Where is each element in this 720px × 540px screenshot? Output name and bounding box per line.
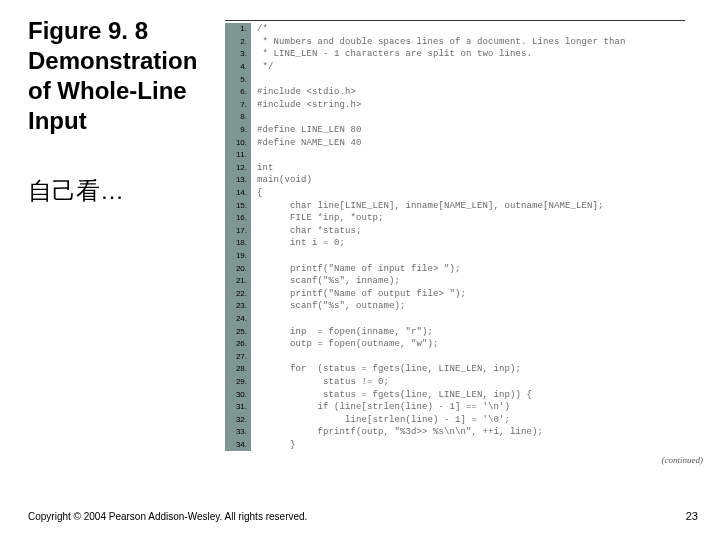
- line-number: 2.: [225, 38, 251, 46]
- line-number: 31.: [225, 403, 251, 411]
- code-line: 27.: [225, 350, 626, 363]
- code-line: 17. char *status;: [225, 225, 626, 238]
- code-line: 14.{: [225, 187, 626, 200]
- code-text: for (status = fgets(line, LINE_LEN, inp)…: [251, 364, 521, 374]
- code-line: 31. if (line[strlen(line) - 1] == '\n'): [225, 401, 626, 414]
- code-line: 13.main(void): [225, 174, 626, 187]
- line-number: 27.: [225, 353, 251, 361]
- code-text: fprintf(outp, "%3d>> %s\n\n", ++i, line)…: [251, 427, 543, 437]
- code-line: 9.#define LINE_LEN 80: [225, 124, 626, 137]
- code-text: #define NAME_LEN 40: [251, 138, 362, 148]
- code-text: printf("Name of output file> ");: [251, 289, 466, 299]
- code-line: 29. status != 0;: [225, 376, 626, 389]
- code-text: */: [251, 62, 274, 72]
- code-line: 19.: [225, 250, 626, 263]
- code-text: FILE *inp, *outp;: [251, 213, 384, 223]
- line-number: 20.: [225, 265, 251, 273]
- horizontal-rule: [225, 20, 685, 21]
- line-number: 11.: [225, 151, 251, 159]
- code-text: #include <string.h>: [251, 100, 362, 110]
- code-line: 15. char line[LINE_LEN], inname[NAME_LEN…: [225, 199, 626, 212]
- line-number: 28.: [225, 365, 251, 373]
- line-number: 26.: [225, 340, 251, 348]
- code-text: scanf("%s", inname);: [251, 276, 400, 286]
- copyright-notice: Copyright © 2004 Pearson Addison-Wesley.…: [28, 511, 307, 522]
- line-number: 18.: [225, 239, 251, 247]
- code-text: * LINE_LEN - 1 characters are split on t…: [251, 49, 532, 59]
- line-number: 6.: [225, 88, 251, 96]
- code-line: 20. printf("Name of input file> ");: [225, 262, 626, 275]
- code-line: 1./*: [225, 23, 626, 36]
- line-number: 29.: [225, 378, 251, 386]
- line-number: 8.: [225, 113, 251, 121]
- code-text: }: [251, 440, 296, 450]
- code-text: char line[LINE_LEN], inname[NAME_LEN], o…: [251, 201, 604, 211]
- line-number: 5.: [225, 76, 251, 84]
- code-text: char *status;: [251, 226, 362, 236]
- line-number: 23.: [225, 302, 251, 310]
- code-line: 33. fprintf(outp, "%3d>> %s\n\n", ++i, l…: [225, 426, 626, 439]
- code-line: 3. * LINE_LEN - 1 characters are split o…: [225, 48, 626, 61]
- line-number: 33.: [225, 428, 251, 436]
- code-text: /*: [251, 24, 268, 34]
- title-line-4: Input: [28, 107, 87, 134]
- code-text: line[strlen(line) - 1] = '\0';: [251, 415, 510, 425]
- code-line: 5.: [225, 73, 626, 86]
- code-line: 22. printf("Name of output file> ");: [225, 287, 626, 300]
- code-line: 21. scanf("%s", inname);: [225, 275, 626, 288]
- line-number: 10.: [225, 139, 251, 147]
- code-listing: 1./*2. * Numbers and double spaces lines…: [225, 20, 707, 465]
- line-number: 25.: [225, 328, 251, 336]
- line-number: 15.: [225, 202, 251, 210]
- code-line: 11.: [225, 149, 626, 162]
- figure-title: Figure 9. 8 Demonstration of Whole-Line …: [28, 16, 218, 136]
- code-line: 12.int: [225, 162, 626, 175]
- code-line: 25. inp = fopen(inname, "r");: [225, 325, 626, 338]
- code-line: 18. int i = 0;: [225, 237, 626, 250]
- line-number: 3.: [225, 50, 251, 58]
- code-text: scanf("%s", outname);: [251, 301, 406, 311]
- code-text: {: [251, 188, 263, 198]
- line-number: 21.: [225, 277, 251, 285]
- line-number: 30.: [225, 391, 251, 399]
- line-number: 19.: [225, 252, 251, 260]
- code-text: outp = fopen(outname, "w");: [251, 339, 439, 349]
- code-line: 32. line[strlen(line) - 1] = '\0';: [225, 413, 626, 426]
- code-text: #include <stdio.h>: [251, 87, 356, 97]
- line-number: 17.: [225, 227, 251, 235]
- line-number: 24.: [225, 315, 251, 323]
- code-line: 10.#define NAME_LEN 40: [225, 136, 626, 149]
- line-number: 22.: [225, 290, 251, 298]
- code-text: main(void): [251, 175, 312, 185]
- line-number: 34.: [225, 441, 251, 449]
- code-line: 8.: [225, 111, 626, 124]
- code-text: int: [251, 163, 274, 173]
- line-number: 12.: [225, 164, 251, 172]
- code-line: 24.: [225, 313, 626, 326]
- code-line: 28. for (status = fgets(line, LINE_LEN, …: [225, 363, 626, 376]
- code-text: int i = 0;: [251, 238, 345, 248]
- line-number: 4.: [225, 63, 251, 71]
- line-number: 1.: [225, 25, 251, 33]
- code-line: 2. * Numbers and double spaces lines of …: [225, 36, 626, 49]
- code-text: status = fgets(line, LINE_LEN, inp)) {: [251, 390, 532, 400]
- line-number: 13.: [225, 176, 251, 184]
- code-text: printf("Name of input file> ");: [251, 264, 461, 274]
- title-line-2: Demonstration: [28, 47, 197, 74]
- code-text: if (line[strlen(line) - 1] == '\n'): [251, 402, 510, 412]
- code-line: 7.#include <string.h>: [225, 99, 626, 112]
- continued-label: (continued): [662, 456, 703, 465]
- code-text: status != 0;: [251, 377, 389, 387]
- subtitle-text: 自己看…: [28, 175, 124, 207]
- title-line-3: of Whole-Line: [28, 77, 187, 104]
- code-line: 16. FILE *inp, *outp;: [225, 212, 626, 225]
- code-line: 6.#include <stdio.h>: [225, 86, 626, 99]
- code-text: * Numbers and double spaces lines of a d…: [251, 37, 626, 47]
- code-lines-container: 1./*2. * Numbers and double spaces lines…: [225, 23, 626, 451]
- line-number: 32.: [225, 416, 251, 424]
- title-line-1: Figure 9. 8: [28, 17, 148, 44]
- line-number: 16.: [225, 214, 251, 222]
- code-line: 26. outp = fopen(outname, "w");: [225, 338, 626, 351]
- code-line: 30. status = fgets(line, LINE_LEN, inp))…: [225, 388, 626, 401]
- code-text: #define LINE_LEN 80: [251, 125, 362, 135]
